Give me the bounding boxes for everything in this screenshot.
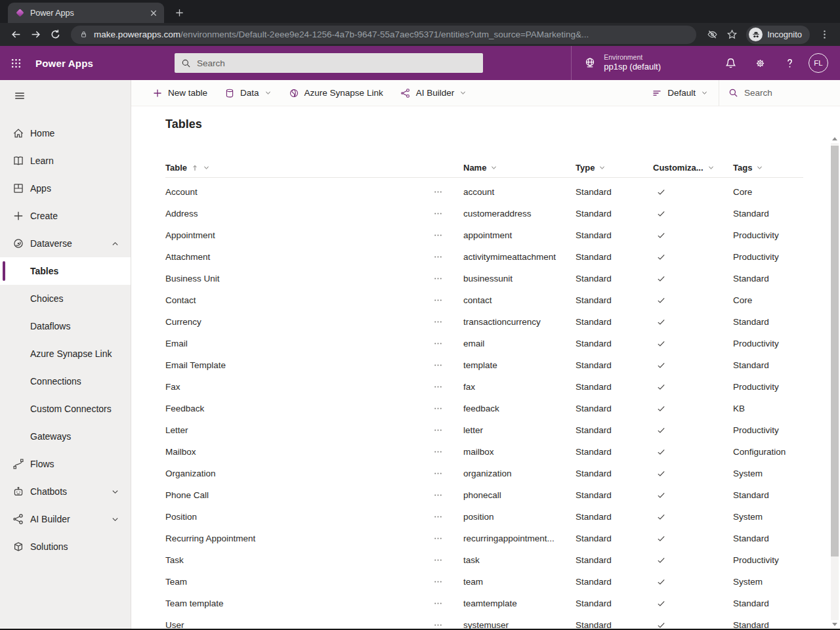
- table-row-mailbox[interactable]: MailboxmailboxStandardConfiguration: [165, 441, 803, 463]
- help-button[interactable]: [775, 46, 805, 80]
- table-row-team-template[interactable]: Team templateteamtemplateStandardStandar…: [165, 593, 803, 614]
- azure-synapse-link-button[interactable]: Azure Synapse Link: [289, 88, 383, 98]
- sidebar-item-solutions[interactable]: Solutions: [0, 533, 131, 560]
- table-row-email[interactable]: EmailemailStandardProductivity: [165, 333, 803, 354]
- cell-display-name[interactable]: Recurring Appointment: [165, 534, 433, 543]
- table-row-fax[interactable]: FaxfaxStandardProductivity: [165, 376, 803, 398]
- table-row-currency[interactable]: CurrencytransactioncurrencyStandardStand…: [165, 311, 803, 333]
- view-selector[interactable]: Default: [652, 88, 708, 98]
- cell-display-name[interactable]: Currency: [165, 317, 433, 327]
- cell-display-name[interactable]: Phone Call: [165, 490, 433, 500]
- table-row-attachment[interactable]: AttachmentactivitymimeattachmentStandard…: [165, 246, 803, 268]
- row-more-button[interactable]: [433, 360, 463, 370]
- scroll-down-button[interactable]: [831, 620, 839, 629]
- row-more-button[interactable]: [433, 490, 463, 500]
- row-more-button[interactable]: [433, 317, 463, 327]
- cell-display-name[interactable]: Contact: [165, 295, 433, 305]
- cell-display-name[interactable]: Mailbox: [165, 447, 433, 457]
- table-row-task[interactable]: TasktaskStandardProductivity: [165, 549, 803, 571]
- row-more-button[interactable]: [433, 209, 463, 219]
- column-header-type[interactable]: Type: [576, 163, 653, 173]
- row-more-button[interactable]: [433, 512, 463, 522]
- sidebar-item-create[interactable]: Create: [0, 202, 131, 230]
- row-more-button[interactable]: [433, 404, 463, 413]
- ai-builder-menu-button[interactable]: AI Builder: [400, 88, 467, 98]
- cell-display-name[interactable]: Position: [165, 512, 433, 522]
- bookmark-button[interactable]: [723, 26, 741, 44]
- row-more-button[interactable]: [433, 252, 463, 262]
- table-row-position[interactable]: PositionpositionStandardSystem: [165, 506, 803, 528]
- sidebar-item-azure-synapse-link[interactable]: Azure Synapse Link: [0, 340, 131, 368]
- sidebar-item-flows[interactable]: Flows: [0, 450, 131, 478]
- row-more-button[interactable]: [433, 577, 463, 587]
- forward-button[interactable]: [26, 26, 45, 44]
- table-row-organization[interactable]: OrganizationorganizationStandardSystem: [165, 463, 803, 484]
- table-row-phone-call[interactable]: Phone CallphonecallStandardStandard: [165, 484, 803, 506]
- cell-display-name[interactable]: Business Unit: [165, 274, 433, 284]
- notifications-button[interactable]: [716, 46, 746, 80]
- scrollbar-track[interactable]: [831, 143, 839, 620]
- table-search-box[interactable]: [728, 88, 840, 98]
- settings-button[interactable]: [746, 46, 775, 80]
- cell-display-name[interactable]: Team template: [165, 598, 433, 608]
- table-row-email-template[interactable]: Email TemplatetemplateStandardStandard: [165, 354, 803, 376]
- table-search-input[interactable]: [744, 88, 816, 98]
- row-more-button[interactable]: [433, 447, 463, 457]
- tab-close-icon[interactable]: [148, 8, 159, 18]
- sidebar-item-custom-connectors[interactable]: Custom Connectors: [0, 395, 131, 423]
- scroll-up-button[interactable]: [831, 135, 839, 143]
- table-row-contact[interactable]: ContactcontactStandardCore: [165, 289, 803, 311]
- row-more-button[interactable]: [433, 469, 463, 478]
- row-more-button[interactable]: [433, 339, 463, 348]
- row-more-button[interactable]: [433, 382, 463, 392]
- url-bar[interactable]: make.powerapps.com/environments/Default-…: [71, 26, 696, 44]
- environment-picker[interactable]: Environment pp1sp (default): [571, 46, 673, 80]
- table-row-team[interactable]: TeamteamStandardSystem: [165, 571, 803, 593]
- row-more-button[interactable]: [433, 295, 463, 305]
- cell-display-name[interactable]: Appointment: [165, 230, 433, 240]
- scrollbar-thumb[interactable]: [831, 146, 839, 556]
- eye-blocked-button[interactable]: [703, 26, 721, 44]
- user-avatar[interactable]: FL: [808, 53, 828, 73]
- row-more-button[interactable]: [433, 555, 463, 565]
- cell-display-name[interactable]: Address: [165, 209, 433, 219]
- vertical-scrollbar[interactable]: [831, 135, 839, 629]
- new-tab-button[interactable]: [171, 4, 188, 21]
- table-row-appointment[interactable]: AppointmentappointmentStandardProductivi…: [165, 224, 803, 246]
- sidebar-item-connections[interactable]: Connections: [0, 368, 131, 395]
- table-row-business-unit[interactable]: Business UnitbusinessunitStandardStandar…: [165, 268, 803, 289]
- table-row-address[interactable]: AddresscustomeraddressStandardStandard: [165, 203, 803, 224]
- cell-display-name[interactable]: Email Template: [165, 360, 433, 370]
- row-more-button[interactable]: [433, 598, 463, 608]
- cell-display-name[interactable]: Account: [165, 187, 433, 197]
- column-header-tags[interactable]: Tags: [733, 163, 803, 173]
- sidebar-item-dataflows[interactable]: Dataflows: [0, 312, 131, 340]
- sidebar-item-learn[interactable]: Learn: [0, 147, 131, 175]
- app-launcher-button[interactable]: [0, 46, 32, 80]
- sidebar-item-chatbots[interactable]: Chatbots: [0, 478, 131, 505]
- sidebar-item-apps[interactable]: Apps: [0, 175, 131, 202]
- column-header-name[interactable]: Name: [463, 163, 576, 173]
- row-more-button[interactable]: [433, 230, 463, 240]
- row-more-button[interactable]: [433, 274, 463, 284]
- reload-button[interactable]: [46, 26, 64, 44]
- cell-display-name[interactable]: Fax: [165, 382, 433, 392]
- global-search-box[interactable]: [175, 53, 483, 73]
- sidebar-item-gateways[interactable]: Gateways: [0, 423, 131, 450]
- row-more-button[interactable]: [433, 534, 463, 543]
- row-more-button[interactable]: [433, 425, 463, 435]
- new-table-button[interactable]: New table: [152, 88, 207, 98]
- table-row-account[interactable]: AccountaccountStandardCore: [165, 181, 803, 203]
- table-row-letter[interactable]: LetterletterStandardProductivity: [165, 419, 803, 441]
- sidebar-item-choices[interactable]: Choices: [0, 285, 131, 312]
- row-more-button[interactable]: [433, 187, 463, 197]
- cell-display-name[interactable]: Organization: [165, 469, 433, 478]
- cell-display-name[interactable]: Email: [165, 339, 433, 348]
- browser-tab[interactable]: Power Apps: [8, 3, 164, 23]
- cell-display-name[interactable]: Letter: [165, 425, 433, 435]
- cell-display-name[interactable]: Feedback: [165, 404, 433, 413]
- column-header-customizable[interactable]: Customiza...: [653, 163, 733, 173]
- table-row-recurring-appointment[interactable]: Recurring Appointmentrecurringappointmen…: [165, 528, 803, 549]
- sidebar-item-home[interactable]: Home: [0, 119, 131, 147]
- back-button[interactable]: [7, 26, 25, 44]
